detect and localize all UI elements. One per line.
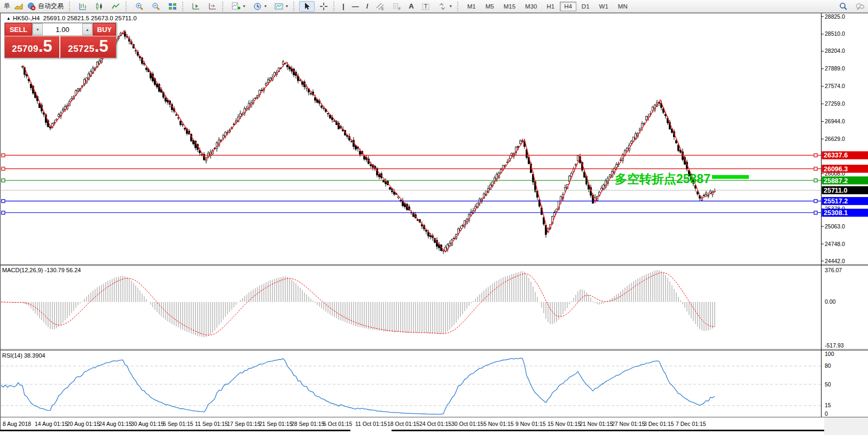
text-button[interactable]: A — [405, 1, 417, 12]
svg-text:3 Dec 01:15: 3 Dec 01:15 — [644, 421, 674, 427]
sell-button[interactable]: SELL — [5, 23, 32, 36]
volume-increase-button[interactable]: ▴ — [82, 23, 92, 35]
auto-scroll-button[interactable] — [188, 1, 204, 12]
svg-text:17 Sep 01:15: 17 Sep 01:15 — [227, 421, 261, 427]
buy-price-int: 25725 — [68, 44, 95, 54]
fibonacci-button[interactable]: F — [389, 1, 404, 12]
search-button[interactable] — [835, 1, 851, 12]
chart-shift-button[interactable] — [205, 1, 220, 12]
one-click-trading-panel: SELL ▾ ▴ BUY 25709 .5 25725 .5 — [4, 22, 116, 58]
svg-text:28 Sep 01:15: 28 Sep 01:15 — [291, 421, 325, 427]
svg-text:15 Nov 01:15: 15 Nov 01:15 — [548, 421, 581, 427]
svg-text:26096.3: 26096.3 — [824, 165, 848, 173]
timeframe-m30[interactable]: M30 — [521, 2, 541, 11]
toolbar-separator — [293, 2, 297, 11]
svg-text:27259.0: 27259.0 — [825, 100, 845, 107]
svg-text:F: F — [398, 7, 401, 11]
auto-scroll-icon — [191, 2, 200, 11]
gold-bars-icon — [14, 2, 23, 11]
svg-text:30 Oct 01:15: 30 Oct 01:15 — [451, 421, 483, 427]
new-order-button[interactable]: 单 — [1, 1, 13, 12]
horizontal-line-button[interactable]: — — [349, 1, 362, 12]
svg-text:15: 15 — [825, 402, 831, 408]
svg-text:0.00: 0.00 — [825, 298, 836, 305]
toolbar-separator — [457, 2, 461, 11]
sell-price-int: 25709 — [12, 44, 38, 54]
rsi-indicator-label: RSI(14) 38.3904 — [2, 352, 45, 359]
volume-decrease-button[interactable]: ▾ — [33, 23, 43, 35]
price-chart[interactable]: 多空转折点2588728825.028510.028204.027889.027… — [0, 0, 868, 435]
timeframe-mn[interactable]: MN — [614, 2, 632, 11]
sell-price-tile[interactable]: 25709 .5 — [5, 36, 60, 58]
svg-text:24442.0: 24442.0 — [825, 258, 845, 264]
svg-text:18 Oct 01:15: 18 Oct 01:15 — [387, 421, 419, 427]
chat-button[interactable] — [852, 1, 867, 12]
svg-text:24 Oct 01:15: 24 Oct 01:15 — [419, 421, 451, 427]
zoom-out-icon — [151, 2, 160, 11]
dropdown-caret-icon[interactable]: ▾ — [264, 4, 267, 9]
macd-name: MACD(12,26,9) — [2, 267, 43, 273]
timeframe-m1[interactable]: M1 — [463, 2, 480, 11]
equidistant-channel-icon: E — [376, 2, 385, 11]
crosshair-button[interactable] — [316, 1, 331, 12]
collapse-panel-icon[interactable]: ▲ — [6, 16, 11, 21]
svg-text:25517.2: 25517.2 — [824, 197, 848, 205]
chart-ohlc: 25691.0 25821.5 25673.0 25711.0 — [43, 15, 137, 21]
search-icon — [839, 2, 848, 11]
svg-text:5 Nov 01:15: 5 Nov 01:15 — [483, 421, 514, 427]
arrows-button[interactable]: ▾ — [435, 1, 455, 12]
bar-chart-button[interactable] — [75, 1, 90, 12]
dropdown-caret-icon[interactable]: ▾ — [450, 4, 452, 9]
label-button[interactable]: T — [418, 1, 434, 12]
volume-stepper: ▾ ▴ — [32, 23, 93, 36]
clock-icon — [253, 2, 262, 11]
indicators-button[interactable]: ▾ — [228, 1, 248, 12]
chart-symbol: HK50-,H4 — [13, 15, 40, 21]
svg-text:-517.93: -517.93 — [825, 342, 844, 349]
timeframe-d1[interactable]: D1 — [577, 2, 594, 11]
candlestick-chart-button[interactable] — [91, 1, 107, 12]
zoom-in-icon — [135, 2, 144, 11]
fibonacci-icon: F — [392, 2, 401, 11]
crosshair-icon — [319, 2, 328, 11]
channel-button[interactable]: E — [372, 1, 388, 12]
toolbar-separator — [182, 2, 186, 11]
buy-price-tile[interactable]: 25725 .5 — [60, 36, 116, 58]
tile-windows-button[interactable] — [165, 1, 180, 12]
svg-text:28510.0: 28510.0 — [825, 30, 845, 37]
volume-input[interactable] — [43, 23, 82, 35]
timeframe-h4[interactable]: H4 — [560, 2, 576, 11]
timeframe-m15[interactable]: M15 — [499, 2, 520, 11]
templates-button[interactable]: ▾ — [271, 1, 291, 12]
svg-text:28825.0: 28825.0 — [825, 13, 845, 20]
svg-text:376.07: 376.07 — [825, 267, 842, 273]
cursor-button[interactable] — [299, 1, 315, 12]
svg-text:28204.0: 28204.0 — [825, 48, 845, 54]
rsi-name: RSI(14) — [2, 352, 22, 359]
timeframe-h1[interactable]: H1 — [542, 2, 559, 11]
text-tool-icon: A — [409, 2, 413, 10]
zoom-out-button[interactable] — [148, 1, 163, 12]
periods-button[interactable]: ▾ — [249, 1, 270, 12]
autotrade-button[interactable]: 自动交易 — [24, 1, 67, 12]
timeframe-m5[interactable]: M5 — [481, 2, 498, 11]
svg-text:26337.6: 26337.6 — [824, 152, 848, 159]
dropdown-caret-icon[interactable]: ▾ — [243, 4, 245, 9]
svg-text:25887.2: 25887.2 — [824, 177, 848, 185]
trendline-button[interactable]: / — [363, 1, 372, 12]
new-order-label: 单 — [4, 2, 10, 11]
chart-shift-icon — [208, 2, 217, 11]
svg-text:21 Sep 01:15: 21 Sep 01:15 — [259, 421, 293, 427]
vertical-line-icon: | — [342, 2, 345, 10]
autotrade-label: 自动交易 — [38, 2, 64, 11]
timeframe-w1[interactable]: W1 — [595, 2, 613, 11]
buy-button[interactable]: BUY — [93, 23, 116, 36]
svg-text:50: 50 — [825, 381, 831, 387]
svg-text:24 Aug 01:15: 24 Aug 01:15 — [99, 421, 132, 427]
svg-text:11 Oct 01:15: 11 Oct 01:15 — [355, 421, 387, 427]
dropdown-caret-icon[interactable]: ▾ — [286, 4, 288, 9]
svg-text:26944.0: 26944.0 — [825, 118, 845, 124]
zoom-in-button[interactable] — [131, 1, 147, 12]
vertical-line-button[interactable]: | — [339, 1, 348, 12]
line-chart-button[interactable] — [108, 1, 123, 12]
